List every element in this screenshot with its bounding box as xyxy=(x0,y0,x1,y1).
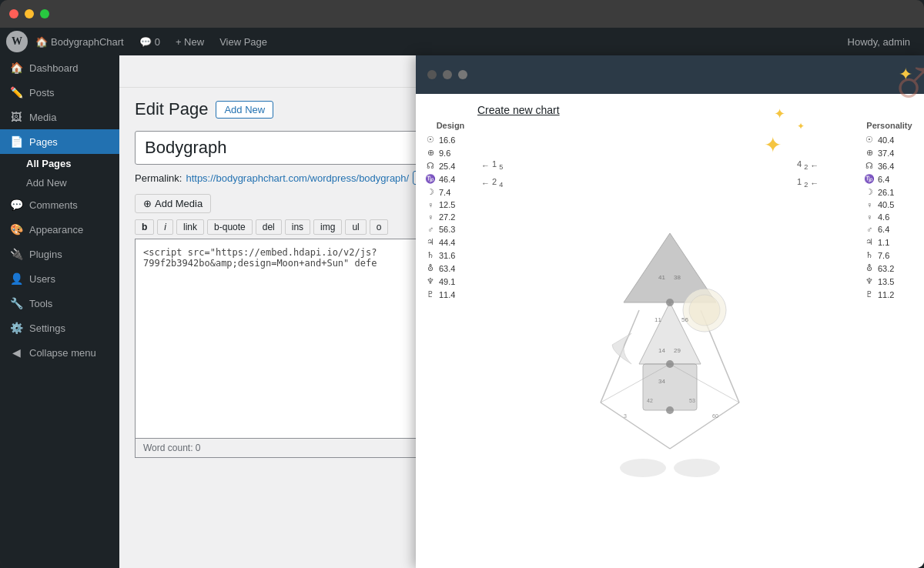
sidebar-item-pages[interactable]: 📄 Pages xyxy=(0,129,119,154)
arrow-right-1-text: 4 2 xyxy=(797,159,808,171)
wp-logo[interactable]: W xyxy=(6,31,28,52)
mac-dot-maximize[interactable] xyxy=(40,9,49,18)
svg-point-10 xyxy=(689,295,720,326)
add-media-icon: ⊕ xyxy=(143,198,152,209)
pers-sym-4: ☽ xyxy=(862,187,876,197)
personality-label: Personality xyxy=(862,121,916,130)
svg-text:11: 11 xyxy=(654,316,661,323)
svg-text:3: 3 xyxy=(624,413,627,419)
design-row-4: ☽ 7.4 xyxy=(424,185,477,199)
toolbar-del[interactable]: del xyxy=(256,219,282,235)
sidebar-item-appearance[interactable]: 🎨 Appearance xyxy=(0,217,119,242)
arrow-left-1-text: 1 5 xyxy=(492,159,503,171)
sidebar-item-users[interactable]: 👤 Users xyxy=(0,266,119,291)
mac-dot-close[interactable] xyxy=(9,9,18,18)
design-val-7: 56.3 xyxy=(439,225,455,234)
add-media-button[interactable]: ⊕ Add Media xyxy=(135,194,211,213)
svg-point-12 xyxy=(666,360,674,368)
design-sym-6: ♀ xyxy=(424,212,437,222)
sparkle-icon: ✦ xyxy=(899,65,912,85)
pers-sym-1: ⊕ xyxy=(862,148,876,158)
pers-val-12: 11.2 xyxy=(878,290,894,299)
design-val-10: 63.4 xyxy=(439,264,455,273)
sidebar-label-comments: Comments xyxy=(29,199,78,211)
create-chart-link[interactable]: Create new chart xyxy=(477,104,560,116)
add-new-button[interactable]: Add New xyxy=(216,101,273,119)
personality-row-2: ☊ 36.4 xyxy=(862,159,916,172)
pages-submenu: All Pages Add New xyxy=(0,154,119,192)
personality-row-1: ⊕ 37.4 xyxy=(862,146,916,159)
media-icon: 🖼 xyxy=(9,111,23,123)
adminbar-comments[interactable]: 💬 0 xyxy=(132,36,168,48)
pers-val-1: 37.4 xyxy=(878,149,894,158)
pers-sym-5: ♀ xyxy=(862,200,876,209)
personality-row-9: ♄ 7.6 xyxy=(862,249,916,262)
pers-sym-0: ☉ xyxy=(862,135,876,145)
svg-text:38: 38 xyxy=(674,274,681,281)
sidebar-item-media[interactable]: 🖼 Media xyxy=(0,105,119,129)
adminbar-view-page[interactable]: View Page xyxy=(212,36,275,48)
mac-dot-minimize[interactable] xyxy=(25,9,34,18)
arrow-left-2-text: 2 4 xyxy=(492,177,503,189)
sidebar-item-settings[interactable]: ⚙️ Settings xyxy=(0,316,119,340)
sidebar-label-posts: Posts xyxy=(29,87,55,99)
svg-text:53: 53 xyxy=(689,398,695,403)
sidebar-item-collapse[interactable]: ◀ Collapse menu xyxy=(0,340,119,365)
toolbar-bold[interactable]: b xyxy=(135,219,154,235)
pers-val-4: 26.1 xyxy=(878,188,894,197)
bodygraph-svg: 41 38 11 56 14 29 34 42 53 3 60 xyxy=(585,210,755,479)
arrows-left-column: ← 1 5 ← 2 4 xyxy=(481,121,543,568)
personality-row-4: ☽ 26.1 xyxy=(862,185,916,199)
pages-icon: 📄 xyxy=(9,135,23,148)
permalink-url[interactable]: https://bodygraphchart.com/wordpress/bod… xyxy=(186,172,409,184)
personality-row-11: ♆ 13.5 xyxy=(862,275,916,288)
chart-center: 41 38 11 56 14 29 34 42 53 3 60 xyxy=(543,121,797,568)
sidebar-label-appearance: Appearance xyxy=(29,224,83,236)
design-val-4: 7.4 xyxy=(439,188,450,197)
toolbar-ul[interactable]: ul xyxy=(345,219,366,235)
pers-val-3: 6.4 xyxy=(878,175,889,184)
sidebar-item-comments[interactable]: 💬 Comments xyxy=(0,192,119,217)
svg-text:14: 14 xyxy=(658,347,665,354)
sidebar-item-tools[interactable]: 🔧 Tools xyxy=(0,291,119,316)
sidebar: 🏠 Dashboard ✏️ Posts 🖼 Media 📄 Pages All… xyxy=(0,55,119,568)
sidebar-item-plugins[interactable]: 🔌 Plugins xyxy=(0,242,119,266)
sidebar-subitem-add-new[interactable]: Add New xyxy=(0,173,119,192)
sidebar-label-media: Media xyxy=(29,112,56,123)
adminbar-new[interactable]: + New xyxy=(168,36,212,48)
design-val-2: 25.4 xyxy=(439,162,455,171)
toolbar-link[interactable]: link xyxy=(176,219,204,235)
site-name[interactable]: BodygraphChart xyxy=(51,36,124,48)
users-icon: 👤 xyxy=(9,272,23,285)
personality-row-10: ⛢ 63.2 xyxy=(862,262,916,275)
design-sym-2: ☊ xyxy=(424,161,437,171)
svg-point-15 xyxy=(674,459,720,477)
arrow-right-2-text: 1 2 xyxy=(797,177,808,189)
pers-sym-11: ♆ xyxy=(862,276,876,286)
svg-point-13 xyxy=(666,406,674,414)
personality-column: Personality ☉ 40.4 ⊕ 37.4 ☊ 36.4 ♑ xyxy=(859,121,920,568)
design-sym-3: ♑ xyxy=(424,174,437,184)
new-label[interactable]: + New xyxy=(176,36,204,48)
toolbar-ins[interactable]: ins xyxy=(285,219,310,235)
arrow-left-1-icon: ← xyxy=(481,161,490,170)
sidebar-label-pages: Pages xyxy=(29,136,58,148)
design-row-6: ♀ 27.2 xyxy=(424,211,477,223)
sparkle-small: ✦ xyxy=(797,121,805,132)
toolbar-bquote[interactable]: b-quote xyxy=(207,219,253,235)
design-val-5: 12.5 xyxy=(439,200,455,209)
adminbar-site[interactable]: 🏠 BodygraphChart xyxy=(28,36,132,48)
appearance-icon: 🎨 xyxy=(9,223,23,236)
sidebar-item-posts[interactable]: ✏️ Posts xyxy=(0,80,119,105)
mac-dots xyxy=(9,9,49,18)
toolbar-italic[interactable]: i xyxy=(157,219,173,235)
sidebar-item-dashboard[interactable]: 🏠 Dashboard xyxy=(0,55,119,80)
pers-sym-12: ♇ xyxy=(862,289,876,299)
mac-window: W 🏠 BodygraphChart 💬 0 + New View Page H… xyxy=(0,0,924,568)
view-page-label[interactable]: View Page xyxy=(219,36,267,48)
design-row-8: ♃ 44.4 xyxy=(424,236,477,249)
toolbar-ol[interactable]: o xyxy=(370,219,389,235)
comments-count: 0 xyxy=(155,36,160,48)
sidebar-subitem-all-pages[interactable]: All Pages xyxy=(0,154,119,173)
toolbar-img[interactable]: img xyxy=(313,219,342,235)
